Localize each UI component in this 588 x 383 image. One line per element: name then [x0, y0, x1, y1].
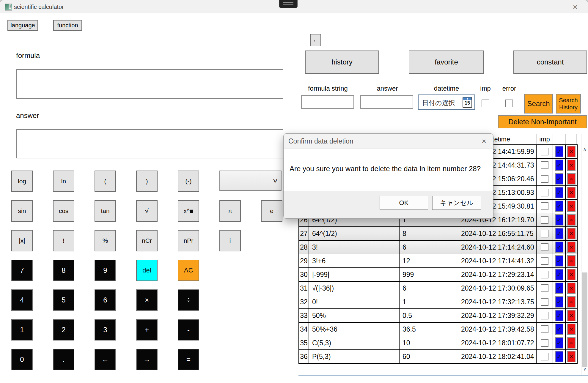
row-imp-checkbox[interactable]: [541, 271, 548, 278]
row-imp-checkbox[interactable]: [541, 284, 548, 292]
vertical-scrollbar[interactable]: ∧ ∨: [581, 134, 588, 376]
key-5[interactable]: 5: [53, 289, 74, 311]
row-apply-button[interactable]: ✓: [555, 255, 563, 267]
key-2[interactable]: 2: [53, 319, 74, 341]
row-delete-button[interactable]: ×: [567, 310, 576, 321]
key-multiply[interactable]: ×: [136, 289, 158, 311]
row-delete-button[interactable]: ×: [567, 283, 576, 294]
screen-snip-handle[interactable]: [279, 0, 298, 8]
row-delete-button[interactable]: ×: [567, 201, 576, 212]
key-arrow-left[interactable]: ←: [95, 349, 116, 370]
key-power[interactable]: x^■: [178, 200, 199, 222]
row-delete-button[interactable]: ×: [567, 228, 576, 239]
scroll-down-icon[interactable]: ∨: [581, 366, 588, 372]
row-imp-checkbox[interactable]: [541, 298, 548, 306]
key-npr[interactable]: nPr: [178, 230, 199, 251]
row-delete-button[interactable]: ×: [567, 324, 576, 335]
row-imp-checkbox[interactable]: [541, 325, 548, 333]
scroll-up-icon[interactable]: ∧: [581, 146, 588, 152]
key-3[interactable]: 3: [95, 319, 116, 341]
row-apply-button[interactable]: ✓: [555, 160, 563, 171]
key-plus[interactable]: +: [136, 319, 158, 341]
key-cos[interactable]: cos: [53, 200, 74, 222]
row-apply-button[interactable]: ✓: [555, 228, 563, 239]
menu-button-language[interactable]: language: [7, 20, 38, 31]
row-imp-checkbox[interactable]: [541, 161, 548, 169]
row-imp-checkbox[interactable]: [541, 243, 548, 251]
row-apply-button[interactable]: ✓: [555, 214, 563, 226]
key-6[interactable]: 6: [95, 289, 116, 311]
key-sin[interactable]: sin: [11, 200, 33, 222]
tab-constant[interactable]: constant: [513, 51, 587, 74]
row-delete-button[interactable]: ×: [567, 146, 576, 157]
row-imp-checkbox[interactable]: [541, 148, 548, 155]
search-history-button[interactable]: Search History: [556, 94, 581, 114]
key-log[interactable]: log: [11, 171, 33, 192]
row-apply-button[interactable]: ✓: [555, 283, 563, 294]
scroll-thumb[interactable]: [582, 272, 587, 367]
key-factorial[interactable]: !: [53, 230, 74, 251]
row-delete-button[interactable]: ×: [567, 337, 576, 349]
row-delete-button[interactable]: ×: [567, 269, 576, 280]
calendar-icon[interactable]: 15: [463, 97, 472, 108]
tab-favorite[interactable]: favorite: [409, 51, 484, 74]
search-button[interactable]: Search: [524, 94, 553, 114]
cancel-button[interactable]: キャンセル: [432, 196, 481, 210]
row-apply-button[interactable]: ✓: [555, 324, 563, 335]
imp-checkbox[interactable]: [482, 100, 489, 107]
key-sqrt[interactable]: √: [136, 200, 158, 222]
close-icon[interactable]: ×: [570, 2, 581, 12]
key-4[interactable]: 4: [11, 289, 33, 311]
key-ln[interactable]: ln: [53, 171, 74, 192]
row-apply-button[interactable]: ✓: [555, 310, 563, 321]
row-delete-button[interactable]: ×: [567, 255, 576, 267]
key-9[interactable]: 9: [95, 260, 116, 281]
key-1[interactable]: 1: [11, 319, 33, 341]
key-negate[interactable]: (-): [178, 171, 199, 192]
row-apply-button[interactable]: ✓: [555, 173, 563, 185]
key-percent[interactable]: %: [95, 230, 116, 251]
key-8[interactable]: 8: [53, 260, 74, 281]
key-tan[interactable]: tan: [95, 200, 116, 222]
key-del[interactable]: del: [136, 260, 158, 281]
key-minus[interactable]: -: [178, 319, 199, 341]
row-delete-button[interactable]: ×: [567, 187, 576, 198]
date-picker[interactable]: 日付の選択 15: [418, 94, 475, 110]
row-delete-button[interactable]: ×: [567, 160, 576, 171]
key-arrow-right[interactable]: →: [136, 349, 158, 370]
row-imp-checkbox[interactable]: [541, 339, 548, 347]
key-pi[interactable]: π: [219, 200, 241, 222]
key-open-paren[interactable]: (: [95, 171, 116, 192]
row-imp-checkbox[interactable]: [541, 257, 548, 265]
row-apply-button[interactable]: ✓: [555, 296, 563, 308]
key-ac[interactable]: AC: [178, 260, 199, 281]
key-equals[interactable]: =: [178, 349, 199, 370]
row-apply-button[interactable]: ✓: [555, 351, 563, 362]
row-delete-button[interactable]: ×: [567, 296, 576, 308]
delete-non-important-button[interactable]: Delete Non-Important: [498, 115, 587, 128]
answer-input[interactable]: [16, 129, 283, 158]
row-imp-checkbox[interactable]: [541, 216, 548, 224]
row-imp-checkbox[interactable]: [541, 175, 548, 183]
tab-history[interactable]: history: [305, 51, 379, 74]
menu-button-function[interactable]: function: [53, 20, 82, 31]
key-7[interactable]: 7: [11, 260, 33, 281]
keypad-dropdown[interactable]: ∨: [219, 171, 282, 191]
back-button[interactable]: ←: [310, 34, 321, 46]
row-apply-button[interactable]: ✓: [555, 187, 563, 198]
row-apply-button[interactable]: ✓: [555, 269, 563, 280]
key-0[interactable]: 0: [11, 349, 33, 370]
row-delete-button[interactable]: ×: [567, 214, 576, 226]
formula-input[interactable]: [16, 69, 283, 99]
error-checkbox[interactable]: [505, 100, 513, 107]
row-delete-button[interactable]: ×: [567, 351, 576, 362]
key-imaginary[interactable]: i: [219, 230, 241, 251]
row-imp-checkbox[interactable]: [541, 312, 548, 319]
row-imp-checkbox[interactable]: [541, 189, 548, 196]
search-answer-input[interactable]: [360, 95, 413, 109]
row-apply-button[interactable]: ✓: [555, 337, 563, 349]
row-delete-button[interactable]: ×: [567, 173, 576, 185]
dialog-close-icon[interactable]: ×: [479, 136, 489, 146]
key-abs[interactable]: |x|: [11, 230, 33, 251]
key-divide[interactable]: ÷: [178, 289, 199, 311]
